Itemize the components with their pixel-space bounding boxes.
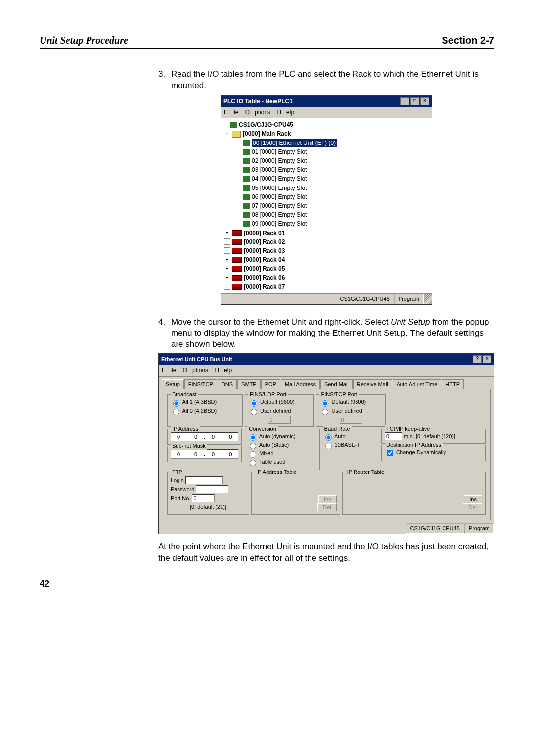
- win2-status-mode: Program: [464, 523, 494, 534]
- expand-icon[interactable]: −: [224, 131, 230, 137]
- iprouter-ins-button[interactable]: Ins: [464, 495, 482, 503]
- rack-node[interactable]: [0000] Rack 03: [244, 247, 285, 255]
- broadcast-opt1[interactable]: All 1 (4.3BSD): [171, 398, 239, 406]
- slot-node[interactable]: 05 [0000] Empty Slot: [252, 184, 307, 192]
- ftp-port-input[interactable]: [192, 494, 215, 502]
- win2-menubar: File Options Help: [159, 365, 494, 376]
- ipaddrtable-legend: IP Address Table: [255, 469, 298, 476]
- tab-pop[interactable]: POP: [261, 379, 280, 389]
- rack-node[interactable]: [0000] Rack 01: [244, 229, 285, 237]
- ftp-legend: FTP: [171, 469, 184, 476]
- menu-help[interactable]: Help: [215, 367, 232, 374]
- step-4-text: Move the cursor to the Ethernet Unit and…: [171, 317, 494, 351]
- tab-dns[interactable]: DNS: [218, 379, 237, 389]
- tab-http[interactable]: HTTP: [442, 379, 464, 389]
- baud-opt2[interactable]: 10BASE-T: [323, 441, 376, 449]
- expand-icon[interactable]: +: [224, 257, 230, 263]
- subnet-mask-input[interactable]: ...: [171, 449, 238, 459]
- slot-icon: [243, 158, 250, 164]
- conv-opt[interactable]: Auto (dynamic): [247, 433, 313, 441]
- rack-node[interactable]: [0000] Rack 02: [244, 238, 285, 246]
- step-4-num: 4.: [158, 317, 171, 351]
- conv-opt[interactable]: Table used: [247, 458, 313, 466]
- finsudp-value: [268, 416, 291, 424]
- close-icon[interactable]: ×: [420, 97, 429, 105]
- slot-node[interactable]: 09 [0000] Empty Slot: [252, 220, 307, 228]
- menu-help[interactable]: Help: [277, 109, 294, 116]
- tab-sendmail[interactable]: Send Mail: [320, 379, 353, 389]
- slot-node[interactable]: 03 [0000] Empty Slot: [252, 166, 307, 174]
- keepalive-input[interactable]: [385, 432, 402, 440]
- finsudp-opt1[interactable]: Default (9600): [248, 398, 311, 406]
- win1-title: PLC IO Table - NewPLC1: [223, 97, 400, 105]
- rack-icon: [232, 230, 242, 236]
- expand-icon[interactable]: +: [224, 284, 230, 290]
- maximize-icon[interactable]: □: [410, 97, 419, 105]
- tab-smtp[interactable]: SMTP: [237, 379, 261, 389]
- finsudp-opt2[interactable]: User defined: [248, 407, 311, 415]
- expand-icon[interactable]: +: [224, 247, 230, 254]
- slot-node[interactable]: 08 [0000] Empty Slot: [252, 211, 307, 219]
- ftp-password-input[interactable]: [196, 485, 228, 493]
- resize-grip-icon[interactable]: [424, 294, 432, 304]
- tab-receivemail[interactable]: Receive Mail: [353, 379, 392, 389]
- expand-icon[interactable]: +: [224, 238, 230, 245]
- destip-chk[interactable]: Change Dynamically: [385, 449, 446, 455]
- expand-icon[interactable]: +: [224, 275, 230, 281]
- slot-node[interactable]: 02 [0000] Empty Slot: [252, 157, 307, 165]
- help-icon[interactable]: ?: [473, 355, 482, 363]
- rack-node[interactable]: [0000] Rack 04: [244, 256, 285, 264]
- ftp-login-input[interactable]: [185, 476, 223, 484]
- step-4: 4. Move the cursor to the Ethernet Unit …: [158, 317, 494, 351]
- rack-node[interactable]: [0000] Rack 06: [244, 274, 285, 282]
- slot-node[interactable]: 06 [0000] Empty Slot: [252, 193, 307, 201]
- rack-icon: [232, 275, 242, 281]
- subnet-legend: Sub-net Mask: [171, 442, 207, 450]
- broadcast-opt2[interactable]: All 0 (4.2BSD): [171, 407, 239, 415]
- rack-node[interactable]: [0000] Rack 07: [244, 283, 285, 291]
- slot-icon: [243, 167, 250, 173]
- menu-file[interactable]: File: [162, 367, 176, 374]
- rack-node[interactable]: [0000] Rack 05: [244, 265, 285, 273]
- slot-icon: [243, 176, 250, 182]
- menu-options[interactable]: Options: [245, 109, 270, 116]
- slot-node[interactable]: 07 [0000] Empty Slot: [252, 202, 307, 210]
- ftp-port-label: Port No.: [171, 495, 190, 501]
- tab-setup[interactable]: Setup: [162, 379, 184, 389]
- ftp-hint: [0: default (21)]: [171, 503, 246, 511]
- finstcp-opt2[interactable]: User defined: [319, 407, 382, 415]
- conv-legend: Conversion: [247, 425, 278, 433]
- step-3-num: 3.: [158, 69, 171, 92]
- ip-address-input[interactable]: ...: [171, 432, 238, 442]
- rack-icon: [232, 248, 242, 254]
- ipaddr-ins-button: Ins: [318, 495, 337, 503]
- minimize-icon[interactable]: _: [400, 97, 409, 105]
- cpu-icon: [230, 122, 237, 128]
- baud-legend: Baud Rate: [323, 425, 352, 433]
- header-right: Section 2-7: [442, 35, 494, 48]
- keepalive-legend: TCP/IP keep-alive: [385, 425, 431, 433]
- slot-icon: [243, 203, 250, 209]
- menu-options[interactable]: Options: [183, 367, 208, 374]
- slot-icon: [243, 212, 250, 218]
- tab-mailaddress[interactable]: Mail Address: [281, 379, 320, 389]
- slot-node[interactable]: 04 [0000] Empty Slot: [252, 175, 307, 183]
- expand-icon[interactable]: +: [224, 230, 230, 236]
- tab-finstcp[interactable]: FINS/TCP: [184, 379, 217, 389]
- menu-file[interactable]: File: [224, 109, 238, 116]
- conv-opt[interactable]: Auto (Static): [247, 441, 313, 449]
- slot-0-selected[interactable]: 00 [1500] Ethernet Unit (ET) (0): [252, 139, 337, 147]
- finstcp-opt1[interactable]: Default (9600): [319, 398, 382, 406]
- step-3: 3. Read the I/O tables from the PLC and …: [158, 69, 494, 92]
- close-icon[interactable]: ×: [483, 355, 491, 363]
- expand-icon[interactable]: +: [224, 266, 230, 272]
- conv-opt[interactable]: Mixed: [247, 450, 313, 458]
- main-rack-node[interactable]: [0000] Main Rack: [243, 130, 291, 138]
- tab-autoadjust[interactable]: Auto Adjust Time: [393, 379, 442, 389]
- cpu-node[interactable]: CS1G/CJ1G-CPU45: [239, 121, 293, 129]
- status-mode: Program: [394, 294, 424, 304]
- baud-opt1[interactable]: Auto: [323, 433, 376, 441]
- slot-node[interactable]: 01 [0000] Empty Slot: [252, 148, 307, 156]
- win2-title: Ethernet Unit CPU Bus Unit: [161, 356, 473, 363]
- rack-icon: [232, 239, 242, 245]
